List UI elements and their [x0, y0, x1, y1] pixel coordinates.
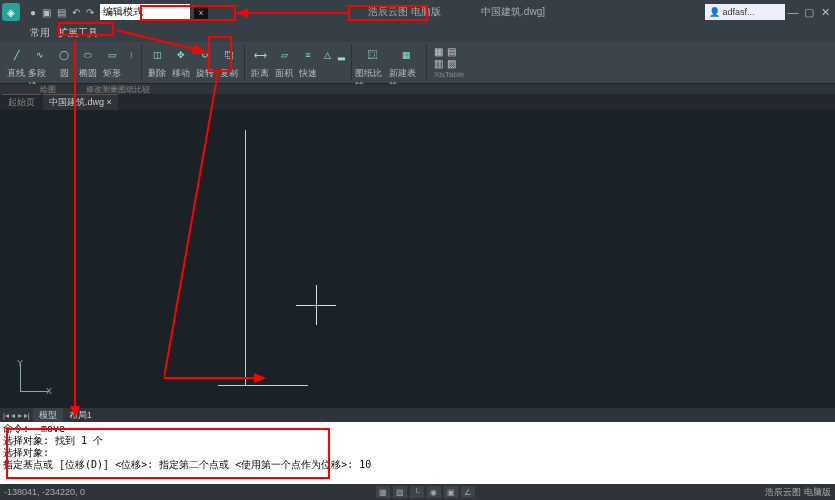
tool-area[interactable]: ▱面积	[272, 44, 296, 80]
snap-toggle[interactable]: ▦	[376, 486, 390, 498]
tab-nav[interactable]: |◂ ◂ ▸ ▸|	[0, 411, 33, 420]
track-toggle[interactable]: ∠	[461, 486, 475, 498]
app-logo[interactable]: ◈	[2, 3, 20, 21]
close-button[interactable]: ✕	[817, 5, 833, 19]
search-box[interactable]: 👤 adfasf...	[705, 4, 785, 20]
polar-toggle[interactable]: ◉	[427, 486, 441, 498]
user-icon: 👤	[709, 7, 720, 17]
doc-tab-file[interactable]: 中国建筑.dwg ×	[43, 94, 118, 110]
quick-icon: ≡	[298, 44, 318, 66]
minimize-button[interactable]: —	[785, 5, 801, 19]
compare-icon: ⿴	[362, 44, 382, 66]
tab-common[interactable]: 常用	[30, 26, 50, 40]
tool-erase[interactable]: ◫删除	[145, 44, 169, 80]
tool-circle[interactable]: ◯圆	[52, 44, 76, 80]
cmd-line-3: 选择对象:	[3, 447, 832, 459]
xls-icon2[interactable]: ▤	[447, 46, 456, 57]
tool-copy[interactable]: ⿻复制	[217, 44, 241, 80]
copy-icon: ⿻	[219, 44, 239, 66]
crosshair-h	[296, 305, 336, 306]
title-bar: ◈ ● ▣ ▤ ↶ ↷ 编辑模式 x 浩辰云图 电脑版 中国建筑.dwg] 👤 …	[0, 0, 835, 24]
rotate-icon: ↻	[195, 44, 215, 66]
erase-icon: ◫	[147, 44, 167, 66]
ucs-icon: Y X	[14, 358, 54, 398]
ellipse-icon: ⬭	[78, 44, 98, 66]
coords-display: -138041, -234220, 0	[4, 487, 85, 497]
qa-open-icon[interactable]: ▣	[42, 7, 51, 18]
command-history: 命令: _move 选择对象: 找到 1 个 选择对象: 指定基点或 [位移(D…	[0, 422, 835, 472]
document-tabs: 起始页 中国建筑.dwg ×	[0, 94, 835, 110]
edit-mode-field[interactable]: 编辑模式	[100, 4, 190, 20]
circle-icon: ◯	[54, 44, 74, 66]
tool-distance[interactable]: ⟷距离	[248, 44, 272, 80]
distance-icon: ⟷	[250, 44, 270, 66]
pline-icon: ∿	[30, 44, 50, 66]
tool-move[interactable]: ✥移动	[169, 44, 193, 80]
xls-group: ▦▤ ▥▧ XlsTable	[430, 44, 468, 81]
tab-layout1[interactable]: 布局1	[63, 408, 98, 422]
tab-model[interactable]: 模型	[33, 408, 63, 422]
qa-redo-icon[interactable]: ↷	[86, 7, 94, 18]
cmd-line-4: 指定基点或 [位移(D)] <位移>: 指定第二个点或 <使用第一个点作为位移>…	[3, 459, 832, 471]
xls-icon3[interactable]: ▥	[434, 58, 443, 69]
xls-icon4[interactable]: ▧	[447, 58, 456, 69]
tool-line[interactable]: ╱直线	[4, 44, 28, 80]
tab-extend[interactable]: 扩展工具	[58, 26, 98, 40]
doc-tab-start[interactable]: 起始页	[2, 94, 41, 110]
draw-more[interactable]: ⁝	[124, 44, 138, 66]
ortho-toggle[interactable]: └	[410, 486, 424, 498]
rect-icon: ▭	[102, 44, 122, 66]
area-icon: ▱	[274, 44, 294, 66]
line-icon: ╱	[6, 44, 26, 66]
tool-rotate[interactable]: ↻旋转	[193, 44, 217, 80]
cmd-line-2: 选择对象: 找到 1 个	[3, 435, 832, 447]
xls-label: XlsTable	[434, 70, 464, 79]
axis-y-label: Y	[17, 358, 23, 368]
cmd-line-1: 命令: _move	[3, 423, 832, 435]
quick-access-toolbar: ● ▣ ▤ ↶ ↷	[24, 0, 100, 24]
osnap-toggle[interactable]: ▣	[444, 486, 458, 498]
move-icon: ✥	[171, 44, 191, 66]
drawing-line-h	[218, 385, 308, 386]
file-label: 中国建筑.dwg]	[481, 5, 545, 19]
table-icon: ▦	[396, 44, 416, 66]
qa-icon[interactable]: ●	[30, 7, 36, 18]
status-bar: -138041, -234220, 0 ▦ ▨ └ ◉ ▣ ∠ 浩辰云图 电脑版	[0, 484, 835, 500]
xls-icon[interactable]: ▦	[434, 46, 443, 57]
brand-label: 浩辰云图 电脑版	[368, 5, 441, 19]
search-placeholder: adfasf...	[723, 7, 755, 17]
qa-undo-icon[interactable]: ↶	[72, 7, 80, 18]
tool-ellipse[interactable]: ⬭椭圆	[76, 44, 100, 80]
maximize-button[interactable]: ▢	[801, 5, 817, 19]
ribbon-panel-labels: 绘图 修改 测量 图纸比较	[0, 84, 835, 94]
axis-x-label: X	[46, 386, 52, 396]
ribbon-tabs: 常用 扩展工具	[0, 24, 835, 42]
status-brand: 浩辰云图 电脑版	[765, 486, 831, 499]
measure-more2[interactable]: ▂	[334, 44, 348, 66]
status-toggles: ▦ ▨ └ ◉ ▣ ∠	[376, 486, 475, 498]
mode-close-button[interactable]: x	[194, 5, 208, 19]
ribbon: ╱直线 ∿多段线 ◯圆 ⬭椭圆 ▭矩形 ⁝ ◫删除 ✥移动 ↻旋转 ⿻复制 ⟷距…	[0, 42, 835, 84]
model-layout-tabs: |◂ ◂ ▸ ▸| 模型 布局1	[0, 408, 835, 422]
drawing-canvas[interactable]: Y X	[0, 110, 835, 408]
drawing-line-v	[245, 130, 246, 385]
command-input[interactable]	[0, 472, 835, 484]
grid-toggle[interactable]: ▨	[393, 486, 407, 498]
qa-save-icon[interactable]: ▤	[57, 7, 66, 18]
